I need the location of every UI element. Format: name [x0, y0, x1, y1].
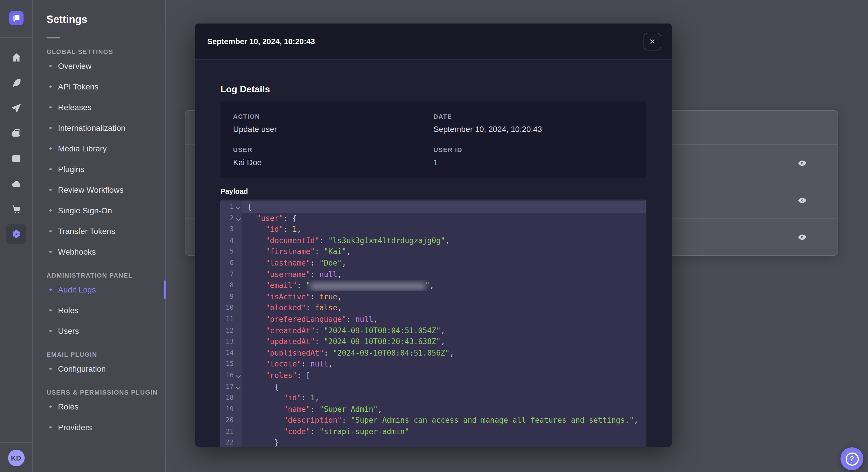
redacted-email [310, 282, 425, 289]
line-number: 1 [221, 201, 242, 212]
sidebar-item-overview[interactable]: Overview [33, 56, 165, 76]
code-text: "documentId": "ls3uk3g1xm4ltdrdugzajg0g"… [242, 235, 646, 246]
line-number: 17 [221, 381, 242, 392]
detail-value: 1 [433, 158, 634, 167]
line-number: 20 [221, 415, 242, 426]
nav-section: GLOBAL SETTINGSOverviewAPI TokensRelease… [33, 47, 165, 262]
paper-plane-icon[interactable] [6, 98, 26, 118]
bullet-icon [50, 330, 52, 332]
sidebar-item-label: Media Library [58, 144, 107, 153]
detail-field-action: ACTIONUpdate user [233, 113, 433, 134]
sidebar-item-single-sign-on[interactable]: Single Sign-On [33, 200, 165, 221]
sidebar-item-label: Roles [58, 402, 79, 411]
fold-chevron-icon[interactable] [236, 216, 241, 221]
sidebar-item-label: Review Workflows [58, 185, 123, 194]
line-number: 8 [221, 280, 242, 291]
settings-sidebar: Settings GLOBAL SETTINGSOverviewAPI Toke… [33, 0, 166, 472]
settings-gear-icon[interactable] [6, 224, 26, 244]
home-icon[interactable] [6, 47, 26, 68]
code-text: "email": "", [242, 280, 646, 291]
detail-label: DATE [433, 113, 634, 120]
sidebar-item-label: Providers [58, 423, 92, 432]
line-number: 5 [221, 246, 242, 258]
detail-value: September 10, 2024, 10:20:43 [433, 125, 634, 134]
sidebar-item-releases[interactable]: Releases [33, 97, 165, 117]
line-number: 10 [221, 303, 242, 314]
code-text: "updatedAt": "2024-09-10T08:20:43.638Z", [242, 336, 646, 347]
code-text: "preferedLanguage": null, [242, 314, 646, 325]
code-text: "publishedAt": "2024-09-10T08:04:51.056Z… [242, 347, 646, 359]
rail-divider [0, 37, 32, 38]
detail-label: ACTION [233, 113, 433, 120]
nav-section-header: GLOBAL SETTINGS [33, 47, 165, 56]
fold-chevron-icon[interactable] [236, 205, 241, 210]
sidebar-item-roles[interactable]: Roles [33, 300, 165, 321]
sidebar-item-label: Releases [58, 103, 92, 112]
bullet-icon [50, 405, 52, 408]
media-library-icon[interactable] [6, 123, 26, 143]
bullet-icon [50, 65, 52, 67]
sidebar-item-label: Roles [58, 306, 79, 315]
strapi-logo-icon [11, 13, 21, 23]
code-line: 12 "createdAt": "2024-09-10T08:04:51.054… [221, 325, 646, 336]
sidebar-item-transfer-tokens[interactable]: Transfer Tokens [33, 221, 165, 241]
close-button[interactable]: ✕ [644, 32, 661, 50]
layout-icon[interactable] [6, 148, 26, 169]
sidebar-item-label: Plugins [58, 165, 84, 174]
sidebar-item-configuration[interactable]: Configuration [33, 359, 165, 379]
payload-code-editor[interactable]: 1{2 "user": {3 "id": 1,4 "documentId": "… [220, 200, 646, 447]
bullet-icon [50, 250, 52, 253]
cart-icon[interactable] [6, 198, 26, 219]
question-mark-icon: ? [845, 452, 859, 465]
sidebar-item-internationalization[interactable]: Internationalization [33, 117, 165, 138]
icon-rail: KD [0, 0, 33, 472]
code-text: "username": null, [242, 269, 646, 280]
line-number: 7 [221, 269, 242, 280]
fold-chevron-icon[interactable] [236, 384, 241, 390]
code-line: 17 { [221, 381, 646, 392]
sidebar-item-label: Single Sign-On [58, 206, 112, 215]
strapi-logo[interactable] [9, 11, 23, 25]
bullet-icon [50, 189, 52, 191]
sidebar-item-audit-logs[interactable]: Audit Logs [33, 279, 165, 300]
feather-icon[interactable] [6, 72, 26, 93]
code-line: 9 "isActive": true, [221, 291, 646, 303]
line-number: 19 [221, 403, 242, 415]
detail-value: Update user [233, 125, 433, 134]
sidebar-item-users[interactable]: Users [33, 321, 165, 341]
code-line: 1{ [221, 201, 646, 212]
sidebar-item-label: Audit Logs [58, 285, 96, 294]
fold-chevron-icon[interactable] [236, 373, 241, 378]
nav-section-header: EMAIL PLUGIN [33, 350, 165, 359]
code-text: "firstname": "Kai", [242, 246, 646, 258]
line-number: 2 [221, 212, 242, 224]
sidebar-item-webhooks[interactable]: Webhooks [33, 241, 165, 262]
line-number: 4 [221, 235, 242, 246]
nav-section: EMAIL PLUGINConfiguration [33, 350, 165, 379]
code-line: 22 } [221, 437, 646, 447]
code-line: 4 "documentId": "ls3uk3g1xm4ltdrdugzajg0… [221, 235, 646, 246]
sidebar-item-plugins[interactable]: Plugins [33, 159, 165, 179]
sidebar-item-providers[interactable]: Providers [33, 417, 165, 438]
code-text: "lastname": "Doe", [242, 258, 646, 269]
sidebar-item-roles[interactable]: Roles [33, 396, 165, 417]
nav-section-header: USERS & PERMISSIONS PLUGIN [33, 388, 165, 396]
code-text: "blocked": false, [242, 303, 646, 314]
code-text: "isActive": true, [242, 291, 646, 303]
help-button[interactable]: ? [840, 447, 863, 470]
cloud-icon[interactable] [6, 173, 26, 194]
code-text: "id": 1, [242, 392, 646, 403]
active-indicator [164, 280, 166, 299]
title-divider [46, 37, 60, 38]
nav-section: USERS & PERMISSIONS PLUGINRolesProviders [33, 388, 165, 438]
line-number: 11 [221, 314, 242, 325]
detail-field-user: USERKai Doe [233, 146, 433, 167]
bullet-icon [50, 106, 52, 108]
user-avatar[interactable]: KD [8, 450, 24, 466]
sidebar-item-api-tokens[interactable]: API Tokens [33, 76, 165, 97]
sidebar-item-label: Users [58, 326, 79, 336]
sidebar-item-review-workflows[interactable]: Review Workflows [33, 179, 165, 200]
log-details-modal: September 10, 2024, 10:20:43 ✕ Log Detai… [195, 24, 672, 447]
sidebar-item-media-library[interactable]: Media Library [33, 138, 165, 159]
code-line: 13 "updatedAt": "2024-09-10T08:20:43.638… [221, 336, 646, 347]
